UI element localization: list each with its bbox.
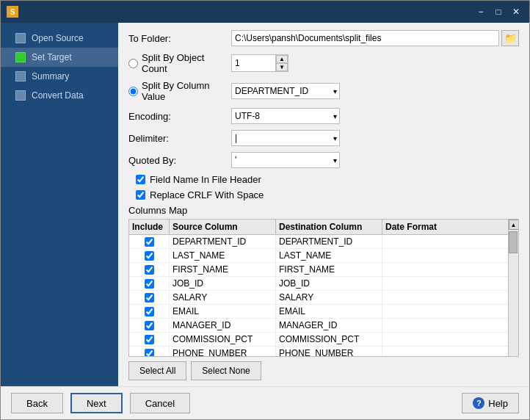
row-include-checkbox[interactable] (145, 251, 154, 261)
quoted-by-label: Quoted By: (128, 155, 231, 166)
cell-dest: PHONE_NUMBER (276, 347, 382, 357)
spinner-up[interactable]: ▲ (276, 55, 288, 63)
table-row[interactable]: COMMISSION_PCTCOMMISSION_PCT (129, 333, 508, 347)
cell-include (129, 249, 170, 262)
help-label: Help (488, 398, 508, 409)
cell-include (129, 263, 170, 276)
cell-source: FIRST_NAME (170, 263, 276, 276)
scroll-up-button[interactable]: ▲ (509, 220, 519, 230)
footer: Back Next Cancel ? Help (1, 386, 529, 419)
row-include-checkbox[interactable] (145, 279, 154, 289)
cancel-button[interactable]: Cancel (130, 393, 190, 413)
close-button[interactable]: ✕ (509, 5, 523, 18)
table-body: DEPARTMENT_IDDEPARTMENT_IDLAST_NAMELAST_… (129, 235, 508, 357)
replace-crlf-label[interactable]: Replace CRLF With Space (150, 189, 264, 200)
table-row[interactable]: JOB_IDJOB_ID (129, 277, 508, 291)
sidebar-item-open-source[interactable]: Open Source (1, 29, 118, 48)
columns-map-section: Include Source Column Destination Column… (128, 219, 519, 380)
split-by-object-count-label: Split By Object Count (128, 52, 231, 74)
cell-source: PHONE_NUMBER (170, 347, 276, 357)
cell-date (382, 263, 508, 276)
cell-include (129, 291, 170, 304)
to-folder-row: To Folder: 📁 (128, 30, 519, 46)
minimize-button[interactable]: − (473, 5, 488, 18)
cell-source: DEPARTMENT_ID (170, 235, 276, 248)
delimiter-select-wrapper: | (231, 130, 340, 146)
app-icon: S (7, 6, 18, 18)
row-include-checkbox[interactable] (145, 265, 154, 275)
quoted-by-select-wrapper: ' (231, 152, 340, 168)
table-container: Include Source Column Destination Column… (129, 220, 518, 357)
window: S − □ ✕ Open Source Set Target Summary (0, 0, 530, 420)
delimiter-row: Delimiter: | (128, 130, 519, 146)
field-name-label[interactable]: Field Name In File Header (150, 174, 261, 185)
table-row[interactable]: SALARYSALARY (129, 291, 508, 305)
cell-source: SALARY (170, 291, 276, 304)
split-by-object-count-radio[interactable] (128, 59, 138, 68)
cell-source: EMAIL (170, 305, 276, 318)
cell-dest: JOB_ID (276, 277, 382, 290)
cell-date (382, 235, 508, 248)
sidebar-item-set-target[interactable]: Set Target (1, 48, 118, 67)
field-name-checkbox[interactable] (136, 175, 145, 184)
split-by-column-value-radio[interactable] (128, 87, 138, 96)
split-by-object-count-row: Split By Object Count ▲ ▼ (128, 52, 519, 74)
cell-dest: MANAGER_ID (276, 319, 382, 332)
encoding-select-wrapper: UTF-8 (231, 108, 340, 124)
row-include-checkbox[interactable] (145, 349, 154, 358)
summary-icon (15, 71, 26, 82)
cell-dest: FIRST_NAME (276, 263, 382, 276)
sidebar-item-set-target-label: Set Target (32, 52, 71, 62)
next-button[interactable]: Next (70, 393, 123, 413)
table-inner: Include Source Column Destination Column… (129, 220, 508, 357)
to-folder-input-container: 📁 (231, 30, 519, 46)
spinner-down[interactable]: ▼ (276, 63, 288, 71)
column-value-select[interactable]: DEPARTMENT_ID (231, 83, 340, 99)
scrollbar[interactable]: ▲ ▼ (508, 220, 518, 357)
table-row[interactable]: MANAGER_IDMANAGER_ID (129, 319, 508, 333)
encoding-row: Encoding: UTF-8 (128, 108, 519, 124)
delimiter-label: Delimiter: (128, 133, 231, 144)
table-row[interactable]: DEPARTMENT_IDDEPARTMENT_ID (129, 235, 508, 249)
encoding-select[interactable]: UTF-8 (231, 108, 340, 124)
cell-source: COMMISSION_PCT (170, 333, 276, 346)
spinner-arrows: ▲ ▼ (276, 55, 288, 71)
cell-dest: LAST_NAME (276, 249, 382, 262)
cell-date (382, 347, 508, 357)
row-include-checkbox[interactable] (145, 321, 154, 330)
cell-dest: SALARY (276, 291, 382, 304)
select-all-button[interactable]: Select All (128, 361, 186, 380)
cell-dest: EMAIL (276, 305, 382, 318)
back-button[interactable]: Back (11, 393, 63, 413)
delimiter-select[interactable]: | (231, 130, 340, 146)
row-include-checkbox[interactable] (145, 293, 154, 303)
sidebar-item-open-source-label: Open Source (32, 33, 84, 43)
encoding-label: Encoding: (128, 111, 231, 122)
maximize-button[interactable]: □ (491, 5, 506, 18)
table-row[interactable]: EMAILEMAIL (129, 305, 508, 319)
row-include-checkbox[interactable] (145, 335, 154, 344)
object-count-input[interactable] (232, 55, 276, 71)
table-row[interactable]: PHONE_NUMBERPHONE_NUMBER (129, 347, 508, 357)
cell-source: MANAGER_ID (170, 319, 276, 332)
header-dest: Destination Column (276, 220, 382, 234)
sidebar-item-summary[interactable]: Summary (1, 67, 118, 86)
sidebar-item-convert-data[interactable]: Convert Data (1, 86, 118, 105)
set-target-icon (15, 52, 26, 62)
row-include-checkbox[interactable] (145, 307, 154, 316)
split-by-column-value-row: Split By Column Value DEPARTMENT_ID (128, 80, 519, 102)
replace-crlf-row: Replace CRLF With Space (128, 189, 519, 200)
replace-crlf-checkbox[interactable] (136, 190, 145, 200)
to-folder-input[interactable] (231, 30, 499, 46)
table-row[interactable]: FIRST_NAMEFIRST_NAME (129, 263, 508, 277)
to-folder-label: To Folder: (128, 33, 231, 44)
row-include-checkbox[interactable] (145, 237, 154, 247)
select-none-button[interactable]: Select None (191, 361, 261, 380)
quoted-by-select[interactable]: ' (231, 152, 340, 168)
cell-include (129, 235, 170, 248)
sidebar-item-convert-data-label: Convert Data (32, 90, 84, 101)
browse-button[interactable]: 📁 (501, 30, 519, 46)
sidebar-item-summary-label: Summary (32, 71, 69, 82)
help-button[interactable]: ? Help (462, 393, 519, 413)
table-row[interactable]: LAST_NAMELAST_NAME (129, 249, 508, 263)
